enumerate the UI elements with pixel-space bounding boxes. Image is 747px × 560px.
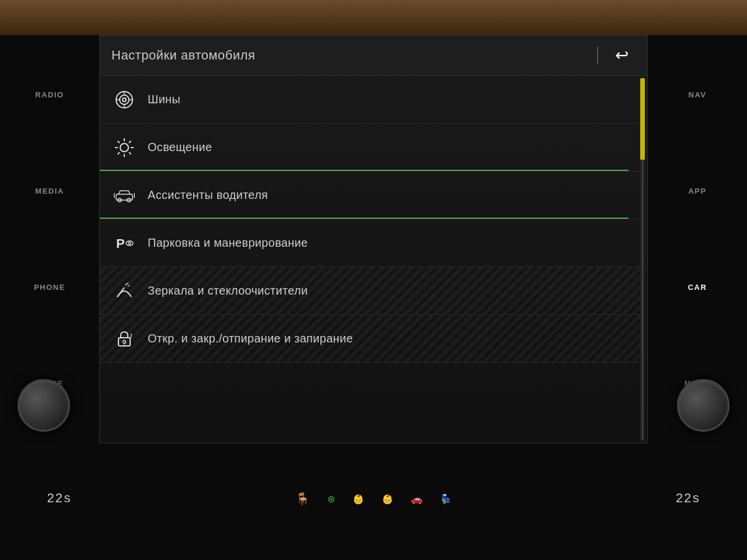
seat-icon-1[interactable]: 🪑: [295, 492, 310, 506]
menu-list: Шины Освещени: [100, 76, 640, 443]
menu-item-tires[interactable]: Шины: [100, 76, 640, 124]
svg-point-27: [123, 340, 126, 343]
sidebar-item-nav[interactable]: NAV: [679, 86, 716, 104]
svg-text:P: P: [116, 236, 125, 251]
page-title: Настройки автомобиля: [111, 48, 256, 63]
svg-point-1: [120, 95, 129, 104]
steering-icon[interactable]: 🚗: [411, 494, 423, 505]
menu-label-lock: Откр. и закр./отпирание и запирание: [148, 332, 353, 345]
svg-point-20: [126, 241, 133, 246]
seat-icon-4[interactable]: 👶: [382, 494, 393, 505]
lock-icon: ⚷: [111, 326, 137, 352]
temp-left: 22s: [47, 492, 72, 506]
wiper-icon: [111, 278, 137, 304]
header-divider: [597, 47, 598, 64]
svg-line-12: [118, 141, 120, 143]
bottom-bar: 22s 🪑 ⊛ 👶 👶 🚗 💺 22s: [0, 443, 747, 560]
temp-right: 22s: [675, 492, 700, 506]
svg-line-22: [117, 288, 124, 297]
parking-icon: P: [111, 230, 137, 256]
back-arrow-icon: ↩: [615, 47, 629, 64]
sidebar-item-radio[interactable]: RADIO: [26, 86, 73, 104]
right-knob[interactable]: [677, 379, 729, 432]
svg-point-21: [128, 242, 131, 244]
seat-icon-5[interactable]: 💺: [440, 494, 452, 505]
menu-label-parking: Парковка и маневрирование: [148, 236, 308, 250]
svg-text:⚷: ⚷: [129, 332, 133, 338]
scrollbar-track[interactable]: [640, 78, 645, 440]
svg-line-14: [129, 141, 131, 143]
svg-line-24: [128, 285, 130, 286]
main-screen: Настройки автомобиля ↩: [99, 35, 648, 443]
menu-label-tires: Шины: [148, 93, 180, 106]
sidebar-item-media[interactable]: MEDIA: [26, 182, 73, 200]
sidebar-item-app[interactable]: APP: [679, 182, 715, 200]
menu-item-driver-assist[interactable]: Ассистенты водителя: [100, 172, 640, 219]
menu-item-lock[interactable]: ⚷ Откр. и закр./отпирание и запирание: [100, 315, 640, 363]
menu-item-mirrors[interactable]: Зеркала и стеклоочистители: [100, 267, 640, 315]
sun-icon: [111, 135, 137, 160]
back-button[interactable]: ↩: [608, 44, 636, 67]
menu-label-driver-assist: Ассистенты водителя: [148, 188, 268, 202]
left-knob[interactable]: [18, 379, 70, 432]
top-strip: [0, 0, 747, 35]
svg-line-13: [129, 152, 131, 155]
screen-header: Настройки автомобиля ↩: [100, 36, 647, 76]
menu-item-lighting[interactable]: Освещение: [100, 124, 640, 172]
bottom-icons: 🪑 ⊛ 👶 👶 🚗 💺: [72, 492, 676, 506]
menu-label-lighting: Освещение: [148, 141, 212, 154]
menu-label-mirrors: Зеркала и стеклоочистители: [148, 284, 308, 298]
svg-line-25: [127, 283, 128, 284]
tire-icon: [111, 87, 137, 113]
seat-icon-3[interactable]: 👶: [352, 494, 364, 505]
scrollbar-thumb[interactable]: [640, 78, 645, 160]
temperature-displays: 22s 🪑 ⊛ 👶 👶 🚗 💺 22s: [12, 492, 735, 506]
sidebar-item-car[interactable]: CAR: [679, 278, 717, 296]
car-assist-icon: [111, 183, 137, 208]
content-area: Шины Освещени: [100, 76, 647, 443]
seat-icon-2[interactable]: ⊛: [327, 494, 335, 505]
sidebar-item-phone[interactable]: PHONE: [25, 278, 75, 296]
svg-point-7: [120, 144, 128, 152]
svg-point-2: [123, 98, 126, 102]
svg-line-15: [118, 152, 120, 155]
menu-item-parking[interactable]: P Парковка и маневрирование: [100, 219, 640, 267]
header-left: Настройки автомобиля: [111, 48, 588, 63]
